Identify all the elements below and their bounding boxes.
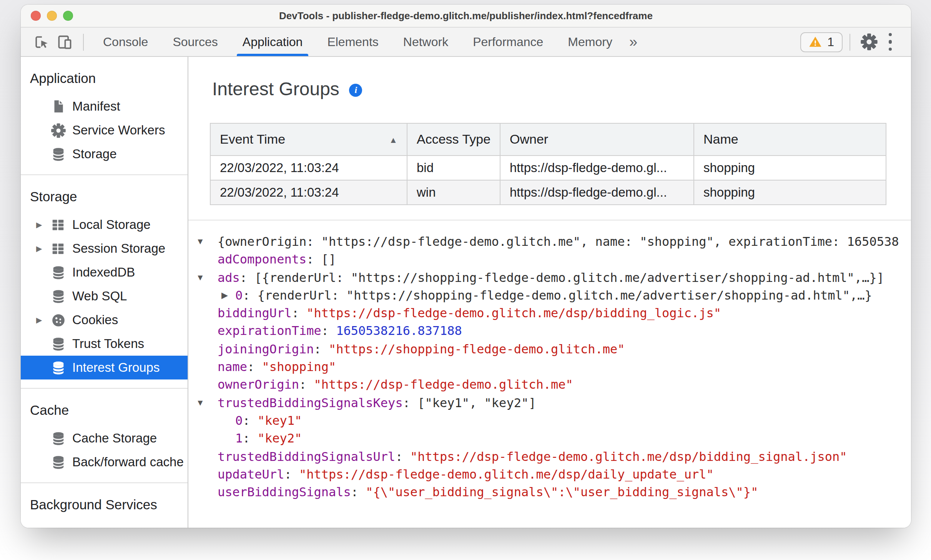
tree-line[interactable]: ▼ads: [{renderUrl: "https://shopping-fle… (188, 268, 911, 287)
tree-line[interactable]: expirationTime: 1650538216.837188 (188, 322, 911, 340)
column-header-access-type[interactable]: Access Type (407, 123, 500, 156)
tree-token-plain: : (284, 467, 299, 482)
info-icon[interactable]: i (349, 83, 362, 96)
tab-memory[interactable]: Memory (555, 28, 625, 56)
tree-token-plain: : (314, 342, 329, 356)
expand-arrow-icon[interactable]: ▶ (36, 316, 50, 324)
devtools-toolbar: ConsoleSourcesApplicationElementsNetwork… (21, 28, 911, 57)
tree-line[interactable]: 1: "key2" (188, 430, 911, 448)
table-cell: 22/03/2022, 11:03:24 (210, 180, 407, 205)
tree-token-key: name (218, 360, 247, 374)
tree-line[interactable]: userBiddingSignals: "{\"user_bidding_sig… (188, 483, 911, 501)
table-cell: https://dsp-fledge-demo.gl... (500, 180, 694, 205)
sidebar-item-background-fetch[interactable]: Background Fetch (21, 521, 188, 528)
sidebar-item-cache-storage[interactable]: Cache Storage (21, 426, 188, 450)
tree-line[interactable]: updateUrl: "https://dsp-fledge-demo.glit… (188, 466, 911, 484)
traffic-lights (31, 11, 73, 21)
tree-token-key: userBiddingSignals (218, 485, 351, 499)
column-header-event-time[interactable]: Event Time▲ (210, 123, 407, 156)
sort-ascending-icon: ▲ (389, 135, 397, 144)
column-label: Access Type (417, 132, 490, 147)
tree-token-plain: : (292, 306, 307, 320)
sidebar-item-storage[interactable]: Storage (21, 142, 188, 166)
settings-gear-icon[interactable] (857, 30, 880, 53)
section-title: Cache (21, 393, 188, 426)
close-window-button[interactable] (31, 11, 41, 21)
tree-token-str: "https://dsp-fledge-demo.glitch.me" (314, 378, 573, 392)
sidebar-item-label: Service Workers (72, 123, 188, 138)
tree-token-plain: {ownerOrigin: "https://dsp-fledge-demo.g… (218, 234, 899, 249)
sidebar-item-cookies[interactable]: ▶Cookies (21, 308, 188, 332)
table-row[interactable]: 22/03/2022, 11:03:24winhttps://dsp-fledg… (210, 180, 886, 205)
sidebar-item-label: Background Fetch (72, 525, 188, 528)
table-cell: win (407, 180, 500, 205)
tab-performance[interactable]: Performance (461, 28, 555, 56)
tree-line[interactable]: adComponents: [] (188, 251, 911, 269)
sidebar-item-label: Storage (72, 147, 188, 161)
tree-token-plain: : (321, 324, 336, 338)
tree-token-str: "https://dsp-fledge-demo.glitch.me/dsp/d… (299, 467, 714, 482)
more-tabs-icon[interactable]: » (625, 33, 642, 50)
expand-arrow-icon[interactable]: ▶ (36, 220, 50, 229)
tree-line[interactable]: ▶0: {renderUrl: "https://shopping-fledge… (188, 287, 911, 305)
database-icon (50, 454, 66, 470)
tree-line[interactable]: trustedBiddingSignalsUrl: "https://dsp-f… (188, 447, 911, 466)
tree-token-plain: : [{renderUrl: "https://shopping-fledge-… (240, 270, 884, 285)
toolbar-separator (83, 33, 84, 50)
section-title: Application (21, 61, 188, 94)
sidebar-item-label: Session Storage (72, 241, 188, 256)
tree-line[interactable]: name: "shopping" (188, 358, 911, 376)
tab-sources[interactable]: Sources (160, 28, 230, 56)
tree-token-key: 1 (235, 431, 243, 446)
issues-badge[interactable]: 1 (800, 32, 843, 52)
tree-token-plain: : {renderUrl: "https://shopping-fledge-d… (243, 288, 872, 303)
tab-console[interactable]: Console (91, 28, 160, 56)
gear-icon (50, 122, 66, 138)
sidebar-item-manifest[interactable]: Manifest (21, 94, 188, 118)
tree-token-str: "shopping" (262, 360, 336, 374)
sidebar-item-web-sql[interactable]: Web SQL (21, 284, 188, 308)
tab-application[interactable]: Application (230, 28, 315, 56)
tree-token-key: trustedBiddingSignalsKeys (218, 395, 403, 410)
inspect-element-icon[interactable] (30, 30, 53, 53)
sidebar-item-local-storage[interactable]: ▶Local Storage (21, 213, 188, 237)
document-icon (50, 98, 66, 114)
device-toolbar-icon[interactable] (53, 30, 76, 53)
sidebar-item-interest-groups[interactable]: Interest Groups (21, 356, 188, 379)
interest-groups-panel: Interest Groups i Event Time▲Access Type… (188, 57, 911, 528)
tree-line[interactable]: 0: "key1" (188, 412, 911, 430)
tree-line[interactable]: joiningOrigin: "https://shopping-fledge-… (188, 340, 911, 358)
column-header-name[interactable]: Name (694, 123, 886, 156)
tree-expander-closed-icon[interactable]: ▶ (221, 287, 234, 305)
sidebar-item-session-storage[interactable]: ▶Session Storage (21, 237, 188, 260)
column-header-owner[interactable]: Owner (500, 123, 694, 156)
tree-token-plain: : (247, 360, 262, 374)
sidebar-item-trust-tokens[interactable]: Trust Tokens (21, 332, 188, 356)
sidebar-section-cache: CacheCache StorageBack/forward cache (21, 389, 188, 483)
tree-token-key: updateUrl (218, 467, 284, 482)
tab-network[interactable]: Network (391, 28, 461, 56)
tree-line[interactable]: ▼trustedBiddingSignalsKeys: ["key1", "ke… (188, 394, 911, 412)
tree-line[interactable]: ▼{ownerOrigin: "https://dsp-fledge-demo.… (188, 233, 911, 251)
tree-token-key: 0 (235, 288, 243, 303)
tab-elements[interactable]: Elements (315, 28, 391, 56)
tree-expander-open-icon[interactable]: ▼ (196, 233, 208, 251)
sidebar-item-service-workers[interactable]: Service Workers (21, 118, 188, 142)
column-label: Name (703, 132, 738, 147)
tree-expander-open-icon[interactable]: ▼ (196, 394, 208, 412)
table-row[interactable]: 22/03/2022, 11:03:24bidhttps://dsp-fledg… (210, 156, 886, 180)
section-title: Background Services (21, 487, 188, 521)
zoom-window-button[interactable] (63, 11, 73, 21)
sidebar-section-storage: Storage▶Local Storage▶Session StorageInd… (21, 175, 188, 389)
minimize-window-button[interactable] (47, 11, 57, 21)
tree-token-key: 0 (235, 413, 243, 428)
kebab-menu-icon[interactable] (880, 30, 900, 53)
expand-arrow-icon[interactable]: ▶ (36, 244, 50, 253)
tree-expander-open-icon[interactable]: ▼ (196, 268, 208, 287)
sidebar-item-back-forward-cache[interactable]: Back/forward cache (21, 450, 188, 474)
tree-line[interactable]: ownerOrigin: "https://dsp-fledge-demo.gl… (188, 376, 911, 394)
sidebar-item-indexeddb[interactable]: IndexedDB (21, 260, 188, 284)
sidebar-item-label: Cache Storage (72, 431, 188, 446)
tree-line[interactable]: biddingUrl: "https://dsp-fledge-demo.gli… (188, 304, 911, 322)
sidebar-section-background-services: Background ServicesBackground Fetch (21, 483, 188, 528)
